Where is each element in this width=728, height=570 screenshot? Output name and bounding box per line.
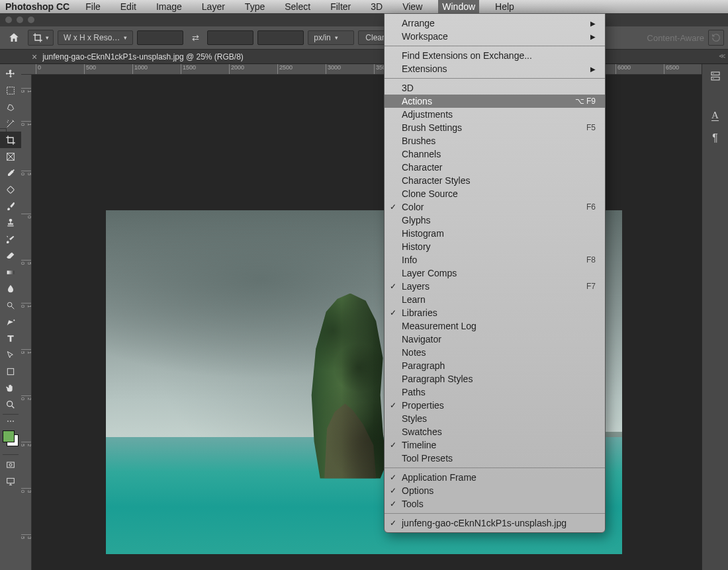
menu-help[interactable]: Help bbox=[491, 0, 518, 13]
menu-item-libraries[interactable]: ✓Libraries bbox=[385, 306, 605, 319]
screenmode-icon[interactable] bbox=[0, 473, 21, 489]
home-icon[interactable] bbox=[4, 28, 24, 47]
document-tab[interactable]: × junfeng-gao-cEknN1ckP1s-unsplash.jpg @… bbox=[26, 52, 249, 61]
menu-item-options[interactable]: ✓Options bbox=[385, 484, 605, 497]
check-icon: ✓ bbox=[390, 440, 396, 450]
menu-item-glyphs[interactable]: Glyphs bbox=[385, 214, 605, 227]
menu-item-arrange[interactable]: Arrange▶ bbox=[385, 17, 605, 30]
swap-icon[interactable]: ⇄ bbox=[187, 30, 203, 46]
healing-tool[interactable] bbox=[0, 181, 21, 198]
character-panel-icon[interactable]: A bbox=[706, 106, 725, 125]
ratio-select[interactable]: W x H x Reso… ▾ bbox=[58, 30, 133, 45]
menu-item-tool-presets[interactable]: Tool Presets bbox=[385, 452, 605, 465]
menu-image[interactable]: Image bbox=[152, 0, 186, 13]
reset-icon[interactable] bbox=[708, 30, 724, 46]
gradient-tool[interactable] bbox=[0, 264, 21, 280]
menu-item-junfeng-gao-ceknn1ckp1s-unsplash-jpg[interactable]: ✓junfeng-gao-cEknN1ckP1s-unsplash.jpg bbox=[385, 516, 605, 530]
menu-item-find-extensions-on-exchange-[interactable]: Find Extensions on Exchange... bbox=[385, 49, 605, 62]
lasso-tool[interactable] bbox=[0, 99, 21, 115]
pen-tool[interactable] bbox=[0, 313, 21, 330]
svg-rect-9 bbox=[7, 478, 15, 483]
menu-item-character[interactable]: Character bbox=[385, 161, 605, 174]
crop-tool-chip[interactable]: ▾ bbox=[28, 30, 54, 46]
menu-select[interactable]: Select bbox=[281, 0, 314, 13]
menu-item-learn[interactable]: Learn bbox=[385, 293, 605, 306]
eyedropper-tool[interactable] bbox=[0, 165, 21, 181]
content-aware-label: Content-Aware bbox=[647, 33, 704, 43]
panel-expand-icon[interactable]: ≪ bbox=[719, 52, 725, 60]
menu-item-swatches[interactable]: Swatches bbox=[385, 425, 605, 438]
close-tab-icon[interactable]: × bbox=[32, 52, 37, 61]
menu-item-adjustments[interactable]: Adjustments bbox=[385, 108, 605, 121]
menu-window[interactable]: Window bbox=[438, 0, 479, 13]
resolution-input[interactable] bbox=[257, 30, 304, 45]
zoom-tool[interactable] bbox=[0, 396, 21, 413]
crop-tool[interactable] bbox=[0, 132, 21, 148]
menubar: Photoshop CC FileEditImageLayerTypeSelec… bbox=[0, 0, 728, 13]
menu-item-info[interactable]: InfoF8 bbox=[385, 253, 605, 266]
fg-color-chip[interactable] bbox=[3, 430, 15, 442]
menu-item-brushes[interactable]: Brushes bbox=[385, 134, 605, 147]
menu-item-paths[interactable]: Paths bbox=[385, 386, 605, 399]
maximize-window-icon[interactable] bbox=[28, 17, 34, 23]
menu-file[interactable]: File bbox=[81, 0, 105, 13]
menu-item-layers[interactable]: ✓LayersF7 bbox=[385, 280, 605, 293]
text-tool[interactable] bbox=[0, 330, 21, 346]
move-tool[interactable] bbox=[0, 65, 21, 82]
menu-item-color[interactable]: ✓ColorF6 bbox=[385, 200, 605, 214]
menu-item-notes[interactable]: Notes bbox=[385, 346, 605, 359]
quickmask-icon[interactable] bbox=[0, 456, 21, 473]
menu-item-paragraph-styles[interactable]: Paragraph Styles bbox=[385, 372, 605, 386]
history-brush-tool[interactable] bbox=[0, 231, 21, 247]
menu-item-histogram[interactable]: Histogram bbox=[385, 227, 605, 240]
frame-tool[interactable] bbox=[0, 148, 21, 165]
submenu-arrow-icon: ▶ bbox=[590, 33, 596, 40]
menu-item-channels[interactable]: Channels bbox=[385, 147, 605, 161]
brush-tool[interactable] bbox=[0, 198, 21, 214]
color-chips[interactable] bbox=[0, 429, 21, 449]
close-window-icon[interactable] bbox=[5, 17, 12, 23]
stamp-tool[interactable] bbox=[0, 214, 21, 231]
eraser-tool[interactable] bbox=[0, 247, 21, 264]
menu-item-history[interactable]: History bbox=[385, 240, 605, 253]
blur-tool[interactable] bbox=[0, 280, 21, 297]
menu-item-properties[interactable]: ✓Properties bbox=[385, 399, 605, 412]
menu-item-extensions[interactable]: Extensions▶ bbox=[385, 62, 605, 75]
properties-panel-icon[interactable] bbox=[706, 67, 725, 85]
paragraph-panel-icon[interactable]: ¶ bbox=[706, 129, 725, 147]
marquee-tool[interactable] bbox=[0, 82, 21, 99]
menu-edit[interactable]: Edit bbox=[116, 0, 140, 13]
height-input[interactable] bbox=[207, 30, 253, 45]
unit-select[interactable]: px/in ▾ bbox=[308, 30, 354, 45]
menu-type[interactable]: Type bbox=[241, 0, 269, 13]
menu-view[interactable]: View bbox=[398, 0, 426, 13]
menu-item-paragraph[interactable]: Paragraph bbox=[385, 359, 605, 372]
svg-rect-7 bbox=[7, 462, 15, 468]
menu-3d[interactable]: 3D bbox=[367, 0, 387, 13]
menu-item-measurement-log[interactable]: Measurement Log bbox=[385, 319, 605, 333]
more-tools-icon[interactable]: ⋯ bbox=[0, 416, 21, 427]
menu-item-brush-settings[interactable]: Brush SettingsF5 bbox=[385, 121, 605, 134]
menu-item-workspace[interactable]: Workspace▶ bbox=[385, 30, 605, 43]
menu-item-layer-comps[interactable]: Layer Comps bbox=[385, 266, 605, 280]
shape-tool[interactable] bbox=[0, 363, 21, 380]
menu-item-application-frame[interactable]: ✓Application Frame bbox=[385, 471, 605, 484]
width-input[interactable] bbox=[137, 30, 183, 45]
menu-item-timeline[interactable]: ✓Timeline bbox=[385, 438, 605, 452]
menu-item-character-styles[interactable]: Character Styles bbox=[385, 174, 605, 187]
svg-rect-10 bbox=[711, 72, 719, 75]
menu-item-3d[interactable]: 3D bbox=[385, 81, 605, 95]
menu-item-styles[interactable]: Styles bbox=[385, 412, 605, 425]
tools-panel: ⋯ bbox=[0, 64, 21, 570]
hand-tool[interactable] bbox=[0, 380, 21, 396]
minimize-window-icon[interactable] bbox=[17, 17, 23, 23]
menu-item-navigator[interactable]: Navigator bbox=[385, 333, 605, 346]
menu-item-tools[interactable]: ✓Tools bbox=[385, 497, 605, 510]
dodge-tool[interactable] bbox=[0, 297, 21, 313]
menu-filter[interactable]: Filter bbox=[326, 0, 355, 13]
menu-item-clone-source[interactable]: Clone Source bbox=[385, 187, 605, 200]
menu-item-actions[interactable]: Actions⌥ F9 bbox=[385, 95, 605, 108]
magic-wand-tool[interactable] bbox=[0, 115, 21, 132]
path-select-tool[interactable] bbox=[0, 346, 21, 363]
menu-layer[interactable]: Layer bbox=[198, 0, 229, 13]
